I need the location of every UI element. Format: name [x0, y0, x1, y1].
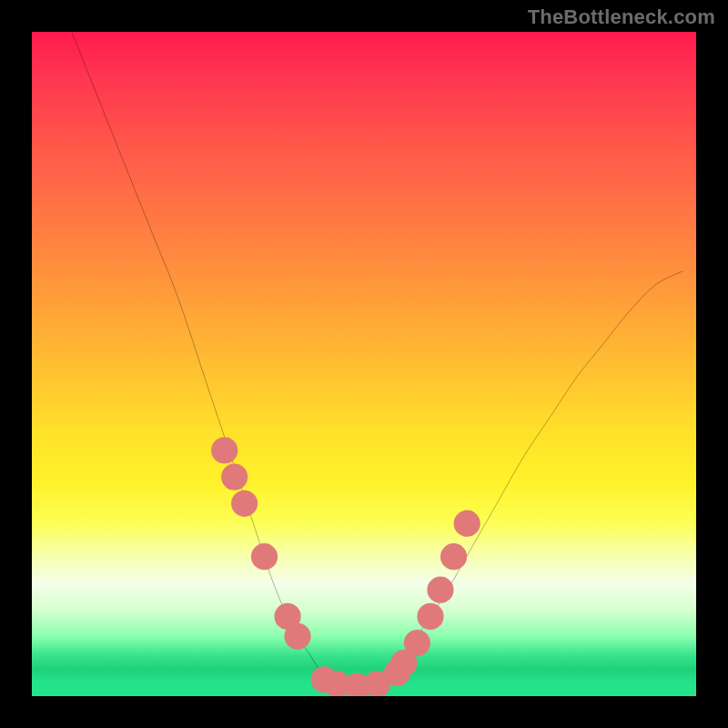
- highlight-point: [427, 577, 453, 603]
- highlight-point: [284, 623, 310, 650]
- highlight-point: [454, 511, 480, 537]
- highlight-point: [251, 543, 278, 570]
- watermark-text: TheBottleneck.com: [528, 5, 715, 29]
- chart-svg: [32, 32, 696, 696]
- chart-frame: TheBottleneck.com: [0, 0, 728, 728]
- highlight-point: [211, 437, 238, 463]
- highlight-point: [417, 603, 443, 630]
- highlight-point: [404, 630, 430, 656]
- highlight-point: [221, 464, 248, 490]
- plot-area: [32, 32, 696, 696]
- highlight-point: [440, 543, 467, 570]
- highlight-markers: [211, 437, 480, 696]
- bottleneck-curve: [72, 32, 683, 687]
- highlight-point: [231, 490, 258, 517]
